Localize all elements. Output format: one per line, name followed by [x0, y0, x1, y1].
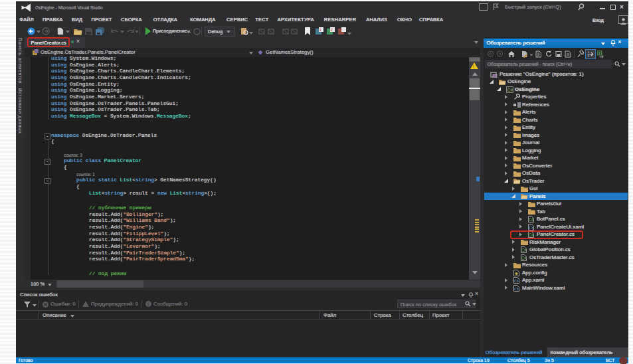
svg-text:C#: C#	[529, 217, 534, 222]
svg-text:C#: C#	[521, 248, 527, 252]
svg-text:!: !	[473, 64, 474, 70]
svg-text:C#: C#	[521, 256, 527, 260]
svg-text:C#: C#	[507, 87, 513, 92]
